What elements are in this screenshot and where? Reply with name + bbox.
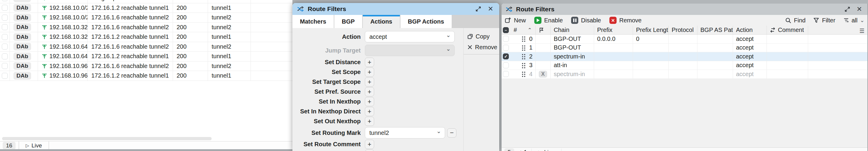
route-filter-rule-dialog: Route Filters ✕ Matchers BGP Actions BGP… [292,3,499,151]
live-button[interactable]: ▷Live [19,142,49,150]
row-checkbox[interactable] [2,24,8,30]
row-checkbox[interactable] [503,71,509,77]
tab-bgp-actions[interactable]: BGP Actions [401,15,452,28]
row-checkbox-checked[interactable]: ✓ [503,53,509,60]
drag-handle-icon[interactable] [522,63,523,64]
col-comment: Comment [778,27,804,33]
tab-matchers[interactable]: Matchers [292,15,334,28]
table-row[interactable]: DAb 192.168.10.0/27 172.16.1.6 reachable… [0,13,292,23]
tab-bgp[interactable]: BGP [334,15,363,28]
row-checkbox[interactable] [2,5,8,11]
filter-scope-select[interactable]: all ⌄ [843,17,864,24]
action: accept [736,53,754,60]
set-out-nexthop-label: Set Out Nexthop [292,118,361,125]
col-protocol: Protocol [672,27,693,33]
remove-button[interactable]: Remove [464,42,499,52]
table-row[interactable]: DAb 192.168.10.64/27 172.16.1.6 reachabl… [0,42,292,52]
close-icon[interactable]: ✕ [486,4,495,13]
table-row[interactable]: DAb 192.168.10.64/27 172.16.1.2 reachabl… [0,52,292,62]
set-pref-source-add-button[interactable]: + [365,87,374,97]
route-flags: DAb [13,23,31,31]
gateway: 172.16.1.6 reachable tunnel2 [91,43,169,50]
set-scope-add-button[interactable]: + [365,68,374,77]
set-pref-source-label: Set Pref. Source [292,88,361,95]
status-bar: 16 ▷Live [0,141,292,150]
table-row[interactable]: DAb 192.168.10.0/27 172.16.1.2 reachable… [0,3,292,13]
row-checkbox[interactable] [2,34,8,40]
row-checkbox[interactable] [503,36,509,42]
action-select[interactable]: accept⌄ [365,31,455,42]
table-header[interactable]: – #⌃ Chain Prefix Prefix Length Protocol… [502,26,867,35]
route-filters-window: Route Filters ✕ New Enable Disable ✕ Rem… [502,4,868,151]
table-row[interactable]: DAb 192.168.10.96/27 172.16.1.2 reachabl… [0,71,292,81]
table-row[interactable]: DAb 192.168.10.32/27 172.16.1.2 reachabl… [0,32,292,42]
restore-icon[interactable] [843,5,852,14]
select-all-checkbox[interactable]: – [503,27,509,33]
row-checkbox[interactable] [503,62,509,68]
gateway: 172.16.1.2 reachable tunnel1 [91,33,169,40]
set-routing-mark-select[interactable]: tunnel2⌄ [365,127,445,139]
filter-button[interactable]: Filter [813,17,835,24]
jump-target-label: Jump Target [292,47,361,54]
row-checkbox[interactable] [2,73,8,79]
prefix-length: 0 [636,36,639,42]
row-checkbox[interactable] [2,53,8,60]
drag-handle-icon[interactable] [522,45,523,46]
gateway: 172.16.1.2 reachable tunnel1 [91,72,169,79]
flag-column-icon [539,27,544,33]
filter-row[interactable]: 0 BGP-OUT 0.0.0.0 0 accept [502,35,867,44]
gateway: 172.16.1.6 reachable tunnel2 [91,14,169,21]
window-titlebar[interactable]: Route Filters ✕ [502,4,867,15]
live-button[interactable]: ▷Live [532,149,561,151]
set-routing-mark-remove-button[interactable]: − [447,128,457,138]
route-icon [41,34,47,40]
set-target-scope-add-button[interactable]: + [365,77,374,86]
filter-row[interactable]: 3 att-in accept [502,61,867,70]
set-check-gateway-add-button[interactable]: + [365,150,374,151]
drag-handle-icon[interactable] [522,72,523,73]
enable-icon [534,17,541,24]
close-icon[interactable]: ✕ [855,5,864,14]
set-route-comment-add-button[interactable]: + [365,140,374,149]
row-checkbox[interactable] [2,63,8,69]
new-button[interactable]: New [505,17,526,24]
set-in-nexthop-direct-add-button[interactable]: + [365,107,374,116]
disable-button[interactable]: Disable [571,17,601,24]
dst-address: 192.168.10.0/27 [50,4,88,11]
set-distance-add-button[interactable]: + [365,58,374,67]
filter-row[interactable]: 1 BGP-OUT accept [502,44,867,52]
action: accept [736,62,754,69]
set-out-nexthop-add-button[interactable]: + [365,117,374,126]
tab-actions[interactable]: Actions [363,15,400,28]
row-checkbox[interactable] [2,44,8,49]
row-checkbox[interactable] [2,0,8,1]
dst-address: 192.168.10.96/27 [50,72,88,79]
dialog-side-actions: Copy Remove [463,28,499,151]
column-menu-icon[interactable]: ☰ [859,28,864,34]
chevron-down-icon: ⌄ [446,32,451,38]
remove-button[interactable]: ✕ Remove [610,17,642,24]
table-row[interactable]: DAb 192.168.10.32/27 172.16.1.6 reachabl… [0,23,292,33]
restore-icon[interactable] [474,4,483,13]
drag-handle-icon[interactable] [522,36,523,38]
dialog-titlebar[interactable]: Route Filters ✕ [292,3,499,15]
drag-handle-icon[interactable] [522,54,523,55]
chain: spectrum-in [554,71,585,78]
funnel-bars-icon [843,17,849,23]
filter-row-selected[interactable]: ✓ 2 spectrum-in accept [502,52,867,61]
dst-address: 192.168.10.32/27 [50,24,88,31]
table-row[interactable]: DAc 172.16.2.0/28 bridge-vpn reachable 0… [0,0,292,3]
set-in-nexthop-add-button[interactable]: + [365,97,374,106]
table-row[interactable]: DAb 192.168.10.96/27 172.16.1.6 reachabl… [0,62,292,71]
enable-button[interactable]: Enable [534,17,563,24]
routing-table: tunnel2 [212,43,231,50]
find-button[interactable]: Find [785,17,806,24]
gateway: 172.16.1.6 reachable tunnel2 [91,24,169,31]
horizontal-scrollbar[interactable] [2,137,212,140]
row-checkbox[interactable] [503,45,509,51]
selected-count: ✓1 [518,149,527,151]
copy-button[interactable]: Copy [464,31,499,42]
filter-row-disabled[interactable]: 4 X spectrum-in accept [502,70,867,79]
row-checkbox[interactable] [2,14,8,21]
chain: att-in [554,62,567,69]
